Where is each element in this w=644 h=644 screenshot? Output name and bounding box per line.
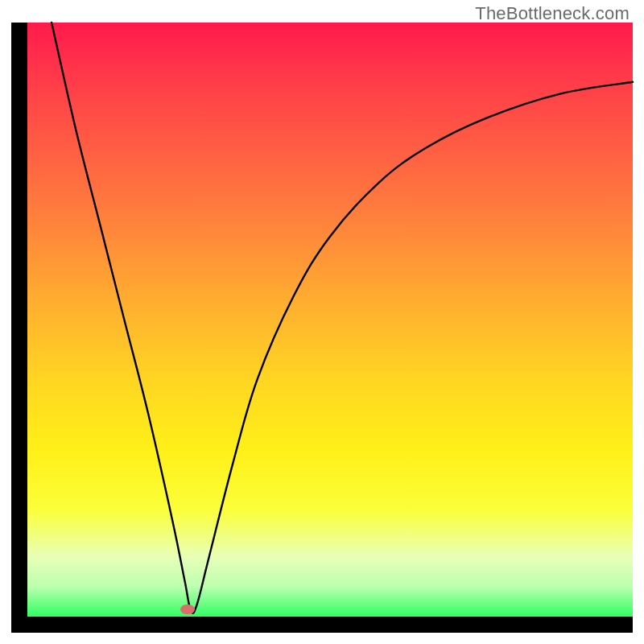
watermark-text: TheBottleneck.com [475,3,630,24]
chart-frame [11,23,633,633]
bottleneck-curve [27,23,633,617]
chart-root: TheBottleneck.com [0,0,644,644]
plot-area [27,23,633,617]
minimum-marker [180,605,195,614]
